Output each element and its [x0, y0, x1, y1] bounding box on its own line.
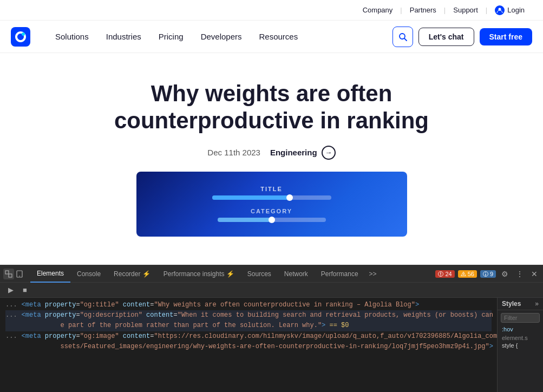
tab-console[interactable]: Console [70, 265, 107, 283]
hero-section: Why weights are often counterproductive … [0, 53, 543, 247]
nav-developers[interactable]: Developers [192, 21, 251, 53]
devtools-settings-btn[interactable]: ⚙ [499, 270, 511, 278]
topbar-support[interactable]: Support [446, 6, 486, 14]
error-icon [438, 271, 443, 277]
svg-point-15 [485, 272, 486, 272]
tab-more[interactable]: >> [365, 270, 381, 278]
title-label: TITLE [260, 186, 283, 192]
navbar: Solutions Industries Pricing Developers … [0, 21, 543, 53]
devtools-toolbar-btn-1[interactable]: ▶ [5, 285, 16, 296]
title-bar-fill [212, 195, 290, 200]
blog-featured-image: TITLE CATEGORY [136, 172, 407, 237]
code-line-1: ... <meta property="og:title" content="W… [5, 300, 492, 310]
devtools-close-btn[interactable]: ✕ [529, 270, 540, 278]
hero-tag[interactable]: Engineering → [270, 146, 336, 160]
title-bar [212, 195, 331, 200]
styles-hov: :hov [498, 325, 543, 334]
devtools-actions: 24 56 9 ⚙ ⋮ ✕ [435, 270, 540, 278]
category-bar-fill [218, 218, 272, 222]
user-icon [495, 5, 505, 15]
svg-rect-6 [9, 274, 12, 277]
error-badge: 24 [435, 270, 454, 278]
nav-actions: Let's chat Start free [392, 27, 532, 47]
svg-rect-5 [5, 271, 9, 274]
topbar-partners[interactable]: Partners [402, 6, 444, 14]
warn-icon [461, 271, 466, 277]
tab-recorder[interactable]: Recorder ⚡ [107, 265, 157, 283]
devtools-styles-panel: Styles » :hov element.s style { [497, 298, 543, 392]
code-line-3: ... <meta property="og:image" content="h… [5, 331, 492, 352]
svg-point-11 [441, 275, 441, 276]
devtools-tabbar: Elements Console Recorder ⚡ Performance … [0, 265, 543, 283]
styles-header: Styles » [498, 298, 543, 310]
hero-tag-label: Engineering [270, 148, 317, 157]
code-line-2: ... <meta property="og:description" cont… [5, 310, 492, 331]
topbar-company[interactable]: Company [355, 6, 401, 14]
devtools-toolbar-btn-2[interactable]: ■ [19, 285, 30, 296]
search-button[interactable] [392, 27, 413, 47]
styles-filter-input[interactable] [501, 313, 540, 323]
hero-title: Why weights are often counterproductive … [82, 80, 461, 135]
styles-filter-row [498, 310, 543, 325]
main-content: Why weights are often counterproductive … [0, 53, 543, 392]
styles-brace: style { [498, 342, 543, 349]
devtools-more-btn[interactable]: ⋮ [514, 270, 526, 278]
devtools-panel: Elements Console Recorder ⚡ Performance … [0, 265, 543, 392]
device-icon [16, 270, 23, 278]
tab-elements[interactable]: Elements [30, 265, 70, 283]
devtools-secondary-toolbar: ▶ ■ [0, 283, 543, 298]
info-badge: 9 [480, 270, 496, 278]
devtools-code-area: ... <meta property="og:title" content="W… [0, 298, 497, 392]
svg-point-2 [22, 32, 25, 36]
info-icon [483, 271, 488, 277]
svg-line-4 [404, 38, 407, 41]
warn-badge: 56 [458, 270, 477, 278]
nav-solutions[interactable]: Solutions [47, 21, 97, 53]
topbar-login[interactable]: Login [487, 5, 532, 15]
category-label: CATEGORY [251, 208, 292, 214]
inspect-icon [5, 270, 12, 278]
nav-resources[interactable]: Resources [251, 21, 307, 53]
topbar: Company | Partners | Support | Login [0, 0, 543, 21]
chat-button[interactable]: Let's chat [418, 28, 474, 46]
svg-rect-1 [11, 27, 30, 47]
nav-industries[interactable]: Industries [97, 21, 150, 53]
devtools-split: ... <meta property="og:title" content="W… [0, 298, 543, 392]
tab-sources[interactable]: Sources [241, 265, 278, 283]
search-icon [398, 32, 407, 41]
category-bar-dot [269, 217, 275, 223]
login-label: Login [507, 6, 525, 14]
styles-expand-btn[interactable]: » [535, 300, 539, 308]
hero-date: Dec 11th 2023 [207, 148, 260, 157]
styles-title: Styles [502, 300, 521, 308]
arrow-circle-icon: → [322, 146, 336, 160]
start-button[interactable]: Start free [480, 28, 532, 45]
tab-network[interactable]: Network [278, 265, 315, 283]
nav-links: Solutions Industries Pricing Developers … [47, 21, 392, 53]
nav-pricing[interactable]: Pricing [150, 21, 192, 53]
styles-element: element.s [498, 334, 543, 342]
tab-performance-insights[interactable]: Performance insights ⚡ [157, 265, 241, 283]
title-bar-dot [286, 194, 293, 201]
category-bar [218, 218, 326, 222]
devtools-inspect-btn[interactable] [3, 269, 14, 279]
tab-performance[interactable]: Performance [315, 265, 365, 283]
logo[interactable] [11, 27, 30, 47]
devtools-code: ... <meta property="og:title" content="W… [0, 298, 497, 354]
devtools-device-btn[interactable] [14, 269, 25, 279]
hero-meta: Dec 11th 2023 Engineering → [207, 146, 335, 160]
